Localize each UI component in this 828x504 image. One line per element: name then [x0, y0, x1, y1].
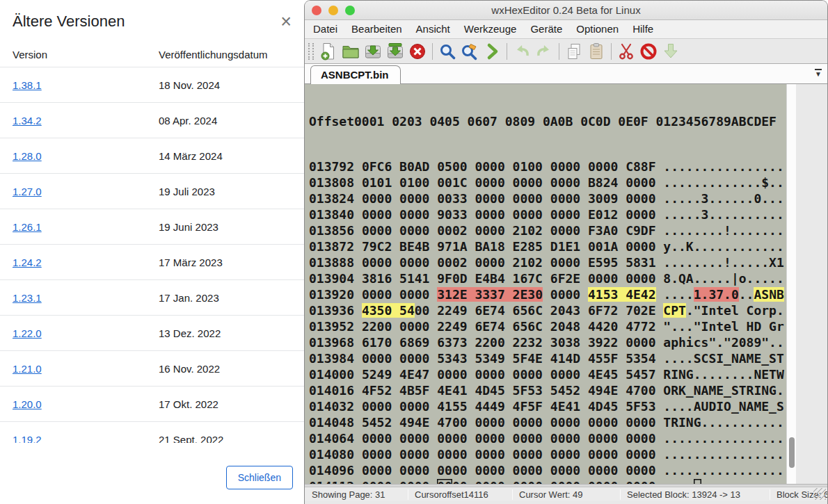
- version-row: 1.20.017 Okt. 2022: [0, 387, 304, 422]
- hex-row[interactable]: 013920 0000 0000 312E 3337 2E30 0000 415…: [309, 286, 786, 302]
- window-titlebar[interactable]: wxHexEditor 0.24 Beta for Linux: [305, 1, 827, 20]
- release-date: 21 Sept. 2022: [159, 434, 223, 444]
- find-replace-icon[interactable]: [460, 42, 479, 61]
- dialog-title: Ältere Versionen: [13, 13, 125, 31]
- hex-row[interactable]: 013984 0000 0000 5343 5349 5F4E 414D 455…: [309, 350, 786, 366]
- row-offset: 013840: [309, 207, 354, 222]
- version-link[interactable]: 1.21.0: [13, 363, 159, 375]
- release-date: 08 Apr. 2024: [159, 115, 217, 127]
- hex-row[interactable]: 014112 0000 0000 0000 0000 0000 0000 000…: [309, 478, 786, 484]
- undo-icon: [512, 42, 532, 61]
- row-offset: 013872: [309, 239, 354, 254]
- resize-grip[interactable]: [813, 488, 826, 500]
- status-cursor-offset: Cursoroffset14116: [415, 489, 488, 500]
- version-link[interactable]: 1.23.1: [13, 292, 159, 304]
- version-link[interactable]: 1.24.2: [13, 257, 159, 268]
- toolbar-separator: [507, 43, 507, 60]
- hex-grid[interactable]: Offset0001 0203 0405 0607 0809 0A0B 0C0D…: [305, 84, 786, 484]
- hex-row[interactable]: 014016 4F52 4B5F 4E41 4D45 5F53 5452 494…: [309, 382, 786, 398]
- abort-icon[interactable]: [639, 42, 658, 61]
- release-date: 19 Juli 2023: [159, 186, 215, 197]
- save-dump-icon: [661, 42, 680, 61]
- menu-datei[interactable]: Datei: [306, 20, 344, 38]
- hex-row[interactable]: 013872 79C2 BE4B 971A BA18 E285 D1E1 001…: [309, 238, 786, 254]
- version-link[interactable]: 1.20.0: [13, 398, 159, 410]
- match-bytes: 4153 4E42: [588, 287, 656, 302]
- hex-row[interactable]: 013840 0000 0000 9033 0000 0000 0000 E01…: [309, 206, 786, 222]
- menu-werkzeuge[interactable]: Werkzeuge: [457, 20, 524, 38]
- save-icon[interactable]: [363, 42, 383, 61]
- row-offset: 013968: [309, 335, 354, 350]
- hex-row[interactable]: 013968 6170 6869 6373 2200 2232 3038 392…: [309, 334, 786, 350]
- hex-row[interactable]: 013904 3816 5141 9F0D E4B4 167C 6F2E 000…: [309, 270, 786, 286]
- cursor-cell: 00: [437, 479, 452, 484]
- wxhexeditor-window: wxHexEditor 0.24 Beta for Linux DateiBea…: [304, 0, 828, 504]
- paste-icon: [587, 42, 606, 61]
- toolbar: [305, 39, 827, 64]
- status-selected-block: Selected Block: 13924 -> 13929: [627, 489, 740, 500]
- release-date: 17 Jan. 2023: [159, 292, 219, 304]
- status-separator: [512, 489, 513, 500]
- toolbar-grip-handle[interactable]: [308, 43, 314, 60]
- hex-row[interactable]: 014000 5249 4E47 0000 0000 0000 0000 4E4…: [309, 366, 786, 382]
- menu-geraete[interactable]: Geräte: [523, 20, 569, 38]
- window-title: wxHexEditor 0.24 Beta for Linux: [305, 1, 827, 19]
- selected-bytes: 1.37.0: [694, 287, 739, 302]
- match-bytes: 4350 54: [362, 303, 415, 318]
- version-link[interactable]: 1.27.0: [13, 186, 159, 197]
- scrollbar-thumb[interactable]: [789, 437, 795, 468]
- close-window-button[interactable]: [312, 6, 321, 15]
- goto-offset-icon[interactable]: [482, 42, 502, 61]
- schliessen-button[interactable]: Schließen: [226, 466, 293, 489]
- version-row: 1.38.118 Nov. 2024: [0, 67, 304, 103]
- new-file-icon[interactable]: [319, 42, 338, 61]
- row-offset: 014064: [309, 431, 354, 446]
- row-offset: 013984: [309, 351, 354, 366]
- vertical-scrollbar[interactable]: [786, 84, 796, 484]
- hex-row[interactable]: 014048 5452 494E 4700 0000 0000 0000 000…: [309, 414, 786, 430]
- menu-hilfe[interactable]: Hilfe: [626, 20, 660, 38]
- version-link[interactable]: 1.26.1: [13, 221, 159, 233]
- version-link[interactable]: 1.22.0: [13, 327, 159, 339]
- hex-row[interactable]: 014080 0000 0000 0000 0000 0000 0000 000…: [309, 446, 786, 462]
- search-icon[interactable]: [438, 42, 457, 61]
- version-row: 1.28.014 März 2024: [0, 138, 304, 174]
- save-as-icon[interactable]: [385, 42, 405, 61]
- hex-row[interactable]: 013888 0000 0000 0002 0000 2102 0000 E59…: [309, 254, 786, 270]
- row-offset: 014032: [309, 399, 354, 414]
- row-offset: 014048: [309, 415, 354, 430]
- tab-list-dropdown-icon[interactable]: ▼: [815, 69, 822, 78]
- hex-row[interactable]: 014064 0000 0000 0000 0000 0000 0000 000…: [309, 430, 786, 446]
- cut-icon[interactable]: [616, 42, 636, 61]
- minimize-window-button[interactable]: [328, 6, 338, 15]
- row-offset: 014016: [309, 383, 354, 398]
- version-link[interactable]: 1.28.0: [13, 150, 159, 162]
- hex-row[interactable]: 013952 2200 0000 2249 6E74 656C 2048 442…: [309, 318, 786, 334]
- hex-row[interactable]: 013936 4350 5400 2249 6E74 656C 2043 6F7…: [309, 302, 786, 318]
- older-versions-dialog: Ältere Versionen × Version Veröffentlich…: [0, 0, 304, 504]
- close-icon[interactable]: ×: [280, 13, 292, 31]
- status-separator: [770, 489, 770, 500]
- menu-ansicht[interactable]: Ansicht: [409, 20, 457, 38]
- version-row: 1.23.117 Jan. 2023: [0, 280, 304, 316]
- maximize-window-button[interactable]: [345, 6, 355, 15]
- menu-optionen[interactable]: Optionen: [569, 20, 626, 38]
- release-date: 18 Nov. 2024: [159, 79, 220, 91]
- hex-row[interactable]: 014032 0000 0000 4155 4449 4F5F 4E41 4D4…: [309, 398, 786, 414]
- menu-bearbeiten[interactable]: Bearbeiten: [344, 20, 409, 38]
- hex-row[interactable]: 013808 0101 0100 001C 0000 0000 0000 B82…: [309, 174, 786, 190]
- version-link[interactable]: 1.34.2: [13, 115, 159, 127]
- status-cursor-value: Cursor Wert: 49: [519, 489, 583, 500]
- hex-row[interactable]: 013792 0FC6 B0AD 0500 0000 0100 0000 000…: [309, 158, 786, 174]
- version-link[interactable]: 1.19.2: [13, 434, 159, 444]
- close-file-icon[interactable]: [408, 42, 427, 61]
- menu-bar: DateiBearbeitenAnsichtWerkzeugeGeräteOpt…: [305, 20, 827, 39]
- hex-row[interactable]: 013824 0000 0000 0033 0000 0000 0000 300…: [309, 190, 786, 206]
- open-folder-icon[interactable]: [341, 42, 360, 61]
- hex-row[interactable]: 013856 0000 0000 0002 0000 2102 0000 F3A…: [309, 222, 786, 238]
- tab-asnbcpt-bin[interactable]: ASNBCPT.bin: [310, 65, 401, 84]
- version-link[interactable]: 1.38.1: [13, 79, 159, 91]
- hex-row[interactable]: 014096 0000 0000 0000 0000 0000 0000 000…: [309, 462, 786, 478]
- version-row: 1.19.221 Sept. 2022: [0, 422, 304, 443]
- version-row: 1.26.119 Juni 2023: [0, 209, 304, 245]
